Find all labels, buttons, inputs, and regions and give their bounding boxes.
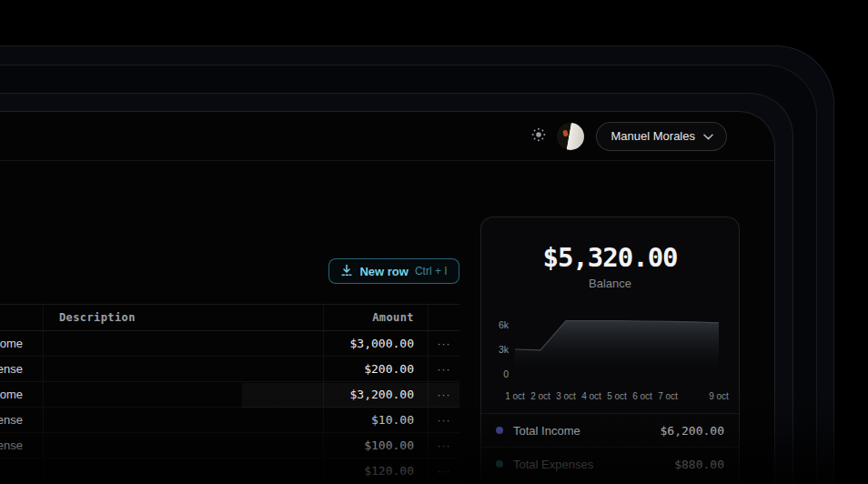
balance-area-chart: 03k6k 1 oct2 oct3 oct4 oct5 oct6 oct7 oc…	[481, 308, 741, 408]
table-row[interactable]: Income $3,000.00 ···	[0, 331, 459, 357]
type-cell[interactable]: Expense	[0, 408, 44, 432]
row-menu-button[interactable]: ···	[429, 331, 459, 356]
svg-text:3 oct: 3 oct	[556, 391, 576, 401]
amount-cell[interactable]: $200.00	[324, 357, 429, 381]
svg-text:6k: 6k	[499, 319, 510, 330]
description-cell[interactable]	[44, 357, 324, 381]
user-name: Manuel Morales	[611, 129, 696, 143]
table-row[interactable]: Expense $10.00 ···	[0, 408, 459, 433]
amount-cell[interactable]: $10.00	[324, 408, 429, 432]
row-menu-button[interactable]: ···	[429, 459, 459, 483]
new-row-label: New row	[359, 265, 408, 278]
avatar-photo-detail	[562, 129, 569, 136]
theme-toggle-button[interactable]	[529, 126, 549, 146]
row-menu-button[interactable]: ···	[429, 382, 459, 407]
chart-area	[515, 321, 719, 375]
type-cell[interactable]: Income	[0, 331, 44, 356]
type-cell[interactable]	[0, 459, 44, 483]
expenses-dot-icon	[496, 460, 503, 468]
description-cell[interactable]	[44, 382, 324, 407]
svg-text:3k: 3k	[499, 344, 510, 355]
row-menu-button[interactable]: ···	[429, 357, 459, 381]
sun-icon	[530, 126, 547, 146]
balance-label: Balance	[481, 277, 739, 290]
svg-text:1 oct: 1 oct	[505, 391, 525, 401]
svg-text:0: 0	[503, 368, 509, 379]
amount-column-header: Amount	[324, 305, 429, 330]
total-expenses-row: Total Expenses $880.00	[481, 447, 739, 480]
amount-cell[interactable]: $3,200.00	[324, 382, 429, 407]
amount-cell[interactable]: $3,000.00	[324, 331, 429, 356]
description-cell[interactable]	[44, 433, 324, 458]
app-window: Manuel Morales New row Ctrl + I	[0, 111, 775, 484]
new-row-shortcut: Ctrl + I	[415, 265, 448, 277]
totals-list: Total Income $6,200.00 Total Expenses $8…	[481, 413, 739, 480]
description-cell[interactable]	[44, 331, 324, 356]
amount-cell[interactable]: $100.00	[324, 433, 429, 458]
table-row[interactable]: Income $3,200.00 ···	[0, 382, 459, 408]
svg-text:4 oct: 4 oct	[581, 391, 601, 401]
insert-row-down-icon	[340, 264, 353, 279]
description-cell[interactable]	[44, 459, 324, 483]
y-axis-labels: 03k6k	[499, 319, 510, 379]
total-income-value: $6,200.00	[661, 424, 724, 438]
table-row[interactable]: $120.00 ···	[0, 459, 459, 484]
avatar[interactable]	[557, 123, 584, 150]
total-expenses-label: Total Expenses	[513, 458, 674, 471]
total-income-label: Total Income	[513, 424, 661, 438]
new-row-button[interactable]: New row Ctrl + I	[328, 258, 459, 284]
balance-summary-card: $5,320.00 Balance 03k6k 1 oct2 oct3 oct4…	[480, 217, 740, 484]
table-header-row: Description Amount	[0, 305, 459, 331]
svg-text:7 oct: 7 oct	[658, 391, 678, 401]
app-screenshot: Manuel Morales New row Ctrl + I	[0, 0, 868, 484]
svg-text:2 oct: 2 oct	[530, 391, 550, 401]
type-column-header	[0, 305, 44, 330]
amount-cell[interactable]: $120.00	[324, 459, 429, 483]
table-row[interactable]: Expense $100.00 ···	[0, 433, 459, 459]
actions-column-header	[429, 305, 459, 330]
transactions-table: Description Amount Income $3,000.00 ··· …	[0, 304, 459, 484]
total-income-row: Total Income $6,200.00	[481, 413, 739, 447]
svg-text:5 oct: 5 oct	[607, 391, 627, 401]
total-expenses-value: $880.00	[674, 458, 724, 471]
chevron-down-icon	[703, 129, 713, 143]
income-dot-icon	[496, 427, 503, 434]
type-cell[interactable]: Expense	[0, 357, 44, 381]
svg-text:6 oct: 6 oct	[632, 391, 652, 401]
user-menu-button[interactable]: Manuel Morales	[596, 122, 728, 151]
type-cell[interactable]: Expense	[0, 433, 44, 458]
description-column-header: Description	[44, 305, 324, 330]
x-axis-labels: 1 oct2 oct3 oct4 oct5 oct6 oct7 oct9 oct	[505, 391, 729, 401]
svg-text:9 oct: 9 oct	[709, 391, 729, 401]
row-menu-button[interactable]: ···	[429, 408, 459, 432]
description-cell[interactable]	[44, 408, 324, 432]
row-menu-button[interactable]: ···	[429, 433, 459, 458]
app-header: Manuel Morales	[0, 112, 774, 161]
table-row[interactable]: Expense $200.00 ···	[0, 357, 459, 382]
type-cell[interactable]: Income	[0, 382, 44, 407]
balance-value: $5,320.00	[481, 242, 739, 273]
